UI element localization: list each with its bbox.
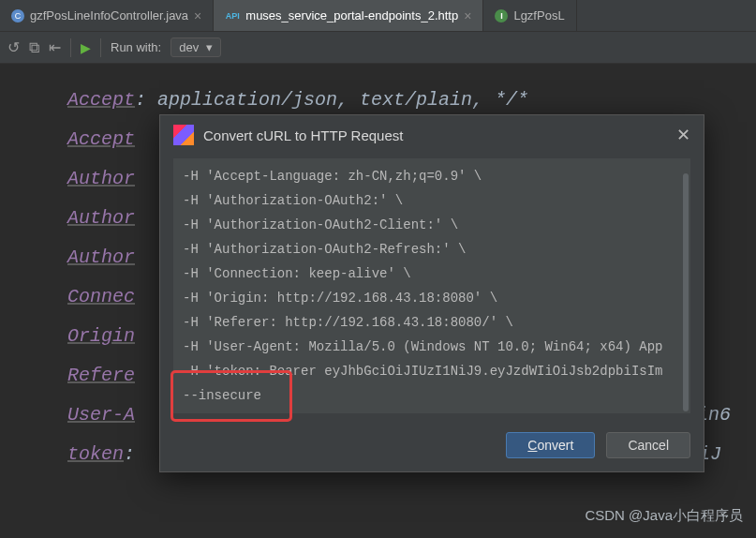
tab-java-file[interactable]: C gzfPosLineInfoController.java × — [0, 0, 214, 31]
history-icon[interactable]: ↺ — [7, 38, 20, 56]
close-icon[interactable]: ✕ — [676, 125, 690, 145]
tab-file-3[interactable]: I LgzfPosL — [483, 0, 576, 31]
run-config-select[interactable]: dev ▾ — [170, 37, 221, 57]
chevron-down-icon: ▾ — [206, 40, 213, 54]
tab-label: gzfPosLineInfoController.java — [30, 8, 188, 22]
run-icon[interactable]: ▶ — [81, 40, 91, 55]
curl-line: --insecure — [183, 383, 681, 408]
cancel-button[interactable]: Cancel — [606, 432, 690, 458]
run-config-value: dev — [179, 40, 199, 54]
separator — [100, 38, 101, 57]
curl-line: -H 'token: Bearer eyJhbGciOiJIUzI1NiJ9.e… — [183, 359, 681, 383]
curl-line: -H 'Authorization-OAuth2-Client:' \ — [183, 213, 681, 237]
tab-label: muses_service_portal-endpoints_2.http — [245, 8, 458, 22]
curl-line: -H 'Accept-Language: zh-CN,zh;q=0.9' \ — [183, 164, 681, 188]
dialog-footer: Convert Cancel — [160, 425, 704, 471]
tab-bar: C gzfPosLineInfoController.java × API mu… — [0, 0, 756, 32]
interface-icon: I — [495, 9, 508, 22]
java-class-icon: C — [11, 9, 24, 22]
curl-input-textarea[interactable]: -H 'Accept-Language: zh-CN,zh;q=0.9' \ -… — [173, 158, 690, 413]
watermark: CSDN @Java小白程序员 — [585, 507, 743, 525]
tab-http-file[interactable]: API muses_service_portal-endpoints_2.htt… — [214, 0, 483, 31]
http-api-icon: API — [225, 8, 240, 23]
convert-button[interactable]: Convert — [506, 432, 595, 458]
convert-curl-dialog: Convert cURL to HTTP Request ✕ -H 'Accep… — [159, 114, 704, 472]
toolbar: ↺ ⧉ ⇤ ▶ Run with: dev ▾ — [0, 32, 756, 64]
close-icon[interactable]: × — [464, 8, 471, 23]
dialog-title: Convert cURL to HTTP Request — [203, 127, 667, 143]
curl-line: -H 'Origin: http://192.168.43.18:8080' \ — [183, 286, 681, 310]
close-icon[interactable]: × — [194, 8, 201, 23]
intellij-logo-icon — [173, 125, 194, 145]
separator — [70, 38, 71, 57]
dialog-header: Convert cURL to HTTP Request ✕ — [160, 115, 704, 155]
curl-line: -H 'User-Agent: Mozilla/5.0 (Windows NT … — [183, 335, 681, 359]
import-icon[interactable]: ⇤ — [49, 38, 61, 56]
curl-line: -H 'Connection: keep-alive' \ — [183, 262, 681, 286]
copy-icon[interactable]: ⧉ — [29, 39, 39, 56]
curl-line: -H 'Authorization-OAuth2:' \ — [183, 188, 681, 213]
tab-label: LgzfPosL — [513, 8, 564, 22]
curl-line: -H 'Authorization-OAuth2-Refresh:' \ — [183, 237, 681, 262]
curl-line: -H 'Referer: http://192.168.43.18:8080/'… — [183, 310, 681, 335]
run-with-label: Run with: — [111, 40, 161, 54]
